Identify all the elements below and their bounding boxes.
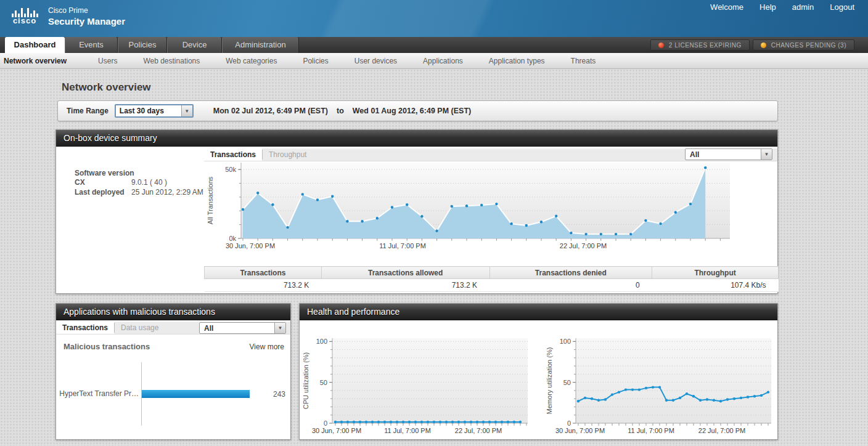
cpu-utilization-chart: 05010030 Jun, 7:00 PM11 Jul, 7:00 PM22 J… [300,333,539,437]
svg-text:30 Jun, 7:00 PM: 30 Jun, 7:00 PM [312,427,361,434]
subnav-application-types[interactable]: Application types [476,57,558,65]
apps-tab-data-usage[interactable]: Data usage [115,322,165,334]
time-range-label: Time Range [67,107,108,115]
summary-header-transactions-allowed: Transactions allowed [321,267,489,279]
subnav-policies[interactable]: Policies [290,57,341,65]
app-banner: cisco Cisco Prime Security Manager Welco… [0,0,868,37]
apps-tab-transactions[interactable]: Transactions [56,322,114,334]
changes-pending-label: CHANGES PENDING (3) [771,42,846,49]
subnav-user-devices[interactable]: User devices [342,57,410,65]
onbox-panel-title: On-box device summary [56,130,777,147]
tab-device[interactable]: Device [167,37,222,53]
licenses-expiring-badge[interactable]: 2 LICENSES EXPIRING [650,39,750,51]
bar-value-label: 243 [261,390,285,399]
tab-events[interactable]: Events [65,37,118,53]
summary-header-transactions-denied: Transactions denied [489,267,652,279]
transactions-area-chart: 0k50k30 Jun, 7:00 PM11 Jul, 7:00 PM22 Ju… [204,150,740,253]
svg-text:22 Jul, 7:00 PM: 22 Jul, 7:00 PM [698,427,745,434]
svg-text:50k: 50k [225,166,236,173]
chevron-down-icon[interactable]: ▼ [274,323,285,333]
product-brand: Cisco Prime Security Manager [48,6,125,26]
subnav-applications[interactable]: Applications [410,57,476,65]
svg-text:50: 50 [320,379,327,386]
alert-badges: 2 LICENSES EXPIRING CHANGES PENDING (3) [650,39,854,51]
subnav-web-categories[interactable]: Web categories [213,57,290,65]
svg-text:0: 0 [567,420,571,427]
subnav-users[interactable]: Users [85,57,130,65]
welcome-link[interactable]: Welcome [710,2,743,12]
svg-text:Memory utilization (%): Memory utilization (%) [546,347,553,415]
svg-text:30 Jun, 7:00 PM: 30 Jun, 7:00 PM [555,427,605,434]
help-link[interactable]: Help [760,2,776,12]
health-panel-title: Health and performance [300,304,777,320]
summary-value-transactions-denied: 0 [489,279,652,292]
brand-line1: Cisco Prime [48,6,125,15]
cisco-logo: cisco [9,7,41,24]
svg-text:CPU utilization (%): CPU utilization (%) [302,352,309,409]
svg-text:22 Jul, 7:00 PM: 22 Jul, 7:00 PM [560,242,607,249]
orange-status-dot-icon [761,43,766,48]
time-range-selected-value: Last 30 days [116,107,181,115]
svg-text:100: 100 [316,338,327,345]
summary-header-transactions: Transactions [205,267,322,279]
svg-text:11 Jul, 7:00 PM: 11 Jul, 7:00 PM [379,242,426,249]
subnav-network-overview[interactable]: Network overview [0,57,85,65]
cx-label: CX [75,177,131,187]
summary-value-transactions-allowed: 713.2 K [321,279,489,292]
chevron-down-icon[interactable]: ▼ [761,149,772,160]
tab-dashboard[interactable]: Dashboard [5,37,65,53]
malicious-applications-panel: Applications with malicious transactions… [55,303,291,440]
summary-value-transactions: 713.2 K [205,279,322,292]
admin-link[interactable]: admin [792,2,814,12]
summary-header-throughput: Throughput [652,267,779,279]
cx-value: 9.0.1 ( 40 ) [131,177,167,187]
svg-text:50: 50 [563,379,571,386]
apps-filter-selected-value: All [200,324,274,333]
logout-link[interactable]: Logout [830,2,854,12]
chevron-down-icon[interactable]: ▼ [181,105,192,116]
svg-text:0: 0 [324,420,327,427]
apps-filter-dropdown[interactable]: All ▼ [199,322,286,334]
svg-text:11 Jul, 7:00 PM: 11 Jul, 7:00 PM [384,427,431,434]
bar-category-label: HyperText Transfer Pr… [56,389,139,398]
svg-text:All Transactions: All Transactions [207,176,214,224]
apps-panel-title: Applications with malicious transactions [56,304,290,320]
svg-text:22 Jul, 7:00 PM: 22 Jul, 7:00 PM [455,427,502,434]
svg-text:0k: 0k [229,235,236,242]
summary-header-row: Transactions Transactions allowed Transa… [205,267,779,279]
red-status-dot-icon [658,43,664,48]
tab-policies[interactable]: Policies [118,37,167,53]
header-links: Welcome Help admin Logout [710,2,854,12]
software-version-info: Software version CX 9.0.1 ( 40 ) Last de… [75,169,203,197]
summary-value-throughput: 107.4 Kb/s [652,279,779,292]
brand-line2: Security Manager [48,16,125,26]
primary-tabbar: Dashboard Events Policies Device Adminis… [0,37,868,53]
cisco-logo-word: cisco [9,17,41,24]
date-from: Mon 02 Jul 2012, 6:49 PM (EST) [213,107,328,115]
last-deployed-label: Last deployed [75,187,131,197]
health-performance-panel: Health and performance 05010030 Jun, 7:0… [299,303,778,440]
page-title: Network overview [62,81,151,94]
dashboard-subnav: Network overview Users Web destinations … [0,53,868,69]
time-range-bar: Time Range Last 30 days ▼ Mon 02 Jul 201… [57,100,778,121]
licenses-expiring-label: 2 LICENSES EXPIRING [669,42,742,49]
subnav-threats[interactable]: Threats [558,57,609,65]
subnav-web-destinations[interactable]: Web destinations [130,57,213,65]
last-deployed-value: 25 Jun 2012, 2:29 AM [131,187,203,197]
transactions-summary-table: Transactions Transactions allowed Transa… [204,266,779,292]
date-joiner: to [337,107,344,115]
onbox-device-summary-panel: On-box device summary Transactions Throu… [55,129,778,294]
software-version-heading: Software version [75,169,203,177]
changes-pending-badge[interactable]: CHANGES PENDING (3) [753,39,854,51]
malicious-transactions-bar [142,390,250,398]
memory-utilization-chart: 05010030 Jun, 7:00 PM11 Jul, 7:00 PM22 J… [543,333,779,437]
svg-text:11 Jul, 7:00 PM: 11 Jul, 7:00 PM [628,427,674,434]
time-range-select[interactable]: Last 30 days ▼ [115,104,194,118]
view-more-link[interactable]: View more [250,343,284,351]
svg-text:100: 100 [560,338,571,345]
summary-value-row: 713.2 K 713.2 K 0 107.4 Kb/s [205,279,779,292]
malicious-transactions-heading: Malicious transactions [63,342,150,351]
tab-administration[interactable]: Administration [222,37,299,53]
svg-text:30 Jun, 7:00 PM: 30 Jun, 7:00 PM [226,242,275,249]
time-range-dates: Mon 02 Jul 2012, 6:49 PM (EST) to Wed 01… [213,107,471,115]
